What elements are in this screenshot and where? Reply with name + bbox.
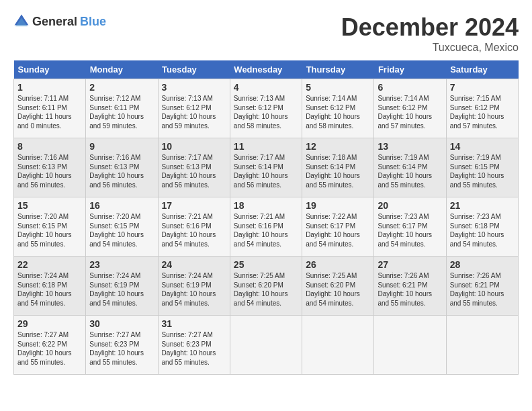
week-row-4: 22Sunrise: 7:24 AMSunset: 6:18 PMDayligh… <box>14 257 519 316</box>
day-cell-9: 9Sunrise: 7:16 AMSunset: 6:13 PMDaylight… <box>86 138 158 197</box>
day-number: 22 <box>17 259 82 270</box>
day-cell-3: 3Sunrise: 7:13 AMSunset: 6:12 PMDaylight… <box>158 79 230 138</box>
cell-sun-set-info: Sunrise: 7:27 AMSunset: 6:23 PMDaylight:… <box>89 330 154 367</box>
day-number: 1 <box>17 82 82 93</box>
empty-cell <box>446 316 518 375</box>
day-number: 6 <box>378 82 442 93</box>
day-number: 26 <box>306 259 370 270</box>
day-number: 10 <box>162 141 226 152</box>
cell-sun-set-info: Sunrise: 7:19 AMSunset: 6:14 PMDaylight:… <box>378 153 442 189</box>
day-cell-1: 1Sunrise: 7:11 AMSunset: 6:11 PMDaylight… <box>14 79 86 138</box>
day-cell-22: 22Sunrise: 7:24 AMSunset: 6:18 PMDayligh… <box>14 257 86 316</box>
day-cell-13: 13Sunrise: 7:19 AMSunset: 6:14 PMDayligh… <box>374 138 446 197</box>
day-cell-15: 15Sunrise: 7:20 AMSunset: 6:15 PMDayligh… <box>14 197 86 257</box>
cell-sun-set-info: Sunrise: 7:25 AMSunset: 6:20 PMDaylight:… <box>234 271 298 308</box>
day-cell-14: 14Sunrise: 7:19 AMSunset: 6:15 PMDayligh… <box>446 138 518 197</box>
day-number: 30 <box>89 318 154 329</box>
title-area: December 2024 Tuxcueca, Mexico <box>341 13 519 54</box>
empty-cell <box>230 316 302 375</box>
day-number: 17 <box>162 200 226 211</box>
day-number: 21 <box>450 200 515 211</box>
day-cell-2: 2Sunrise: 7:12 AMSunset: 6:11 PMDaylight… <box>86 79 158 138</box>
day-cell-27: 27Sunrise: 7:26 AMSunset: 6:21 PMDayligh… <box>374 257 446 316</box>
day-number: 28 <box>450 259 515 270</box>
day-number: 15 <box>17 200 82 211</box>
day-number: 27 <box>378 259 442 270</box>
day-number: 7 <box>450 82 515 93</box>
cell-sun-set-info: Sunrise: 7:24 AMSunset: 6:19 PMDaylight:… <box>89 271 154 308</box>
week-row-3: 15Sunrise: 7:20 AMSunset: 6:15 PMDayligh… <box>14 197 519 257</box>
cell-sun-set-info: Sunrise: 7:25 AMSunset: 6:20 PMDaylight:… <box>306 271 370 308</box>
day-number: 2 <box>89 82 154 93</box>
day-number: 13 <box>378 141 442 152</box>
cell-sun-set-info: Sunrise: 7:21 AMSunset: 6:16 PMDaylight:… <box>162 212 226 248</box>
day-number: 29 <box>17 318 82 329</box>
day-number: 24 <box>162 259 226 270</box>
header-wednesday: Wednesday <box>230 60 302 79</box>
day-number: 14 <box>450 141 515 152</box>
calendar-table: SundayMondayTuesdayWednesdayThursdayFrid… <box>13 60 519 375</box>
day-cell-26: 26Sunrise: 7:25 AMSunset: 6:20 PMDayligh… <box>302 257 374 316</box>
week-row-5: 29Sunrise: 7:27 AMSunset: 6:22 PMDayligh… <box>14 316 519 375</box>
cell-sun-set-info: Sunrise: 7:24 AMSunset: 6:18 PMDaylight:… <box>17 271 82 308</box>
cell-sun-set-info: Sunrise: 7:16 AMSunset: 6:13 PMDaylight:… <box>17 153 82 189</box>
day-cell-16: 16Sunrise: 7:20 AMSunset: 6:15 PMDayligh… <box>86 197 158 257</box>
cell-sun-set-info: Sunrise: 7:23 AMSunset: 6:18 PMDaylight:… <box>450 212 515 248</box>
header-tuesday: Tuesday <box>158 60 230 79</box>
header-sunday: Sunday <box>14 60 86 79</box>
cell-sun-set-info: Sunrise: 7:19 AMSunset: 6:15 PMDaylight:… <box>450 153 515 189</box>
day-cell-19: 19Sunrise: 7:22 AMSunset: 6:17 PMDayligh… <box>302 197 374 257</box>
logo-icon <box>13 13 30 30</box>
cell-sun-set-info: Sunrise: 7:22 AMSunset: 6:17 PMDaylight:… <box>306 212 370 248</box>
cell-sun-set-info: Sunrise: 7:15 AMSunset: 6:12 PMDaylight:… <box>450 94 515 130</box>
day-number: 5 <box>306 82 370 93</box>
cell-sun-set-info: Sunrise: 7:14 AMSunset: 6:12 PMDaylight:… <box>306 94 370 130</box>
day-number: 9 <box>89 141 154 152</box>
header-monday: Monday <box>86 60 158 79</box>
cell-sun-set-info: Sunrise: 7:17 AMSunset: 6:13 PMDaylight:… <box>162 153 226 189</box>
day-cell-30: 30Sunrise: 7:27 AMSunset: 6:23 PMDayligh… <box>86 316 158 375</box>
header-thursday: Thursday <box>302 60 374 79</box>
empty-cell <box>374 316 446 375</box>
day-number: 3 <box>162 82 226 93</box>
day-cell-11: 11Sunrise: 7:17 AMSunset: 6:14 PMDayligh… <box>230 138 302 197</box>
cell-sun-set-info: Sunrise: 7:13 AMSunset: 6:12 PMDaylight:… <box>234 94 298 130</box>
day-cell-7: 7Sunrise: 7:15 AMSunset: 6:12 PMDaylight… <box>446 79 518 138</box>
cell-sun-set-info: Sunrise: 7:17 AMSunset: 6:14 PMDaylight:… <box>234 153 298 189</box>
day-cell-12: 12Sunrise: 7:18 AMSunset: 6:14 PMDayligh… <box>302 138 374 197</box>
day-number: 31 <box>162 318 226 329</box>
day-number: 4 <box>234 82 298 93</box>
logo-general: General <box>32 15 77 29</box>
cell-sun-set-info: Sunrise: 7:11 AMSunset: 6:11 PMDaylight:… <box>17 94 82 130</box>
week-row-1: 1Sunrise: 7:11 AMSunset: 6:11 PMDaylight… <box>14 79 519 138</box>
day-cell-4: 4Sunrise: 7:13 AMSunset: 6:12 PMDaylight… <box>230 79 302 138</box>
header-row: SundayMondayTuesdayWednesdayThursdayFrid… <box>14 60 519 79</box>
day-number: 25 <box>234 259 298 270</box>
day-cell-24: 24Sunrise: 7:24 AMSunset: 6:19 PMDayligh… <box>158 257 230 316</box>
day-cell-18: 18Sunrise: 7:21 AMSunset: 6:16 PMDayligh… <box>230 197 302 257</box>
day-cell-21: 21Sunrise: 7:23 AMSunset: 6:18 PMDayligh… <box>446 197 518 257</box>
day-cell-10: 10Sunrise: 7:17 AMSunset: 6:13 PMDayligh… <box>158 138 230 197</box>
day-cell-6: 6Sunrise: 7:14 AMSunset: 6:12 PMDaylight… <box>374 79 446 138</box>
logo: GeneralBlue <box>13 13 106 30</box>
day-number: 19 <box>306 200 370 211</box>
day-number: 12 <box>306 141 370 152</box>
day-number: 18 <box>234 200 298 211</box>
day-cell-5: 5Sunrise: 7:14 AMSunset: 6:12 PMDaylight… <box>302 79 374 138</box>
day-number: 11 <box>234 141 298 152</box>
week-row-2: 8Sunrise: 7:16 AMSunset: 6:13 PMDaylight… <box>14 138 519 197</box>
cell-sun-set-info: Sunrise: 7:12 AMSunset: 6:11 PMDaylight:… <box>89 94 154 130</box>
header-friday: Friday <box>374 60 446 79</box>
month-title: December 2024 <box>341 13 519 42</box>
day-cell-23: 23Sunrise: 7:24 AMSunset: 6:19 PMDayligh… <box>86 257 158 316</box>
cell-sun-set-info: Sunrise: 7:20 AMSunset: 6:15 PMDaylight:… <box>17 212 82 248</box>
day-number: 8 <box>17 141 82 152</box>
cell-sun-set-info: Sunrise: 7:21 AMSunset: 6:16 PMDaylight:… <box>234 212 298 248</box>
cell-sun-set-info: Sunrise: 7:26 AMSunset: 6:21 PMDaylight:… <box>450 271 515 308</box>
empty-cell <box>302 316 374 375</box>
day-cell-25: 25Sunrise: 7:25 AMSunset: 6:20 PMDayligh… <box>230 257 302 316</box>
day-cell-17: 17Sunrise: 7:21 AMSunset: 6:16 PMDayligh… <box>158 197 230 257</box>
header-saturday: Saturday <box>446 60 518 79</box>
cell-sun-set-info: Sunrise: 7:26 AMSunset: 6:21 PMDaylight:… <box>378 271 442 308</box>
day-number: 16 <box>89 200 154 211</box>
